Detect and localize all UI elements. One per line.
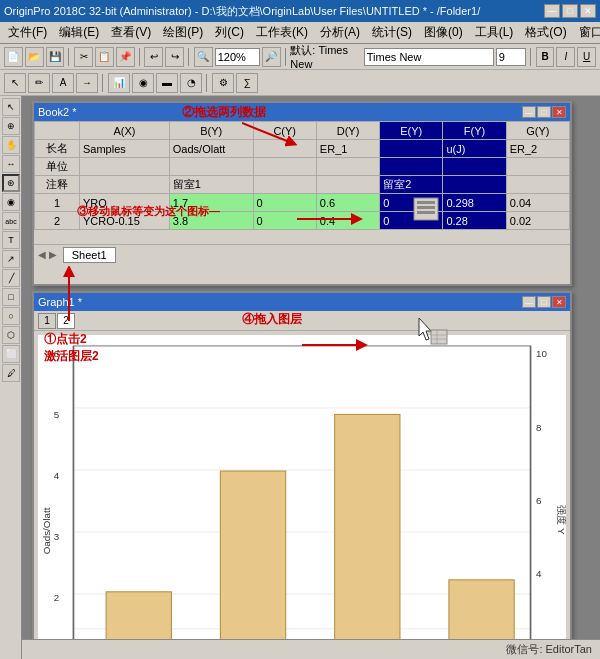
cell-c-comment[interactable] [253,176,316,194]
cell-c-1[interactable]: 0 [253,194,316,212]
cell-e-unit[interactable] [380,158,443,176]
close-button[interactable]: ✕ [580,4,596,18]
menu-window[interactable]: 窗口 [573,22,600,43]
tool-picker[interactable]: 🖊 [2,364,20,382]
menu-view[interactable]: 查看(V) [105,22,157,43]
zoom-in-btn[interactable]: 🔍 [194,47,213,67]
redo-btn[interactable]: ↪ [165,47,184,67]
menu-file[interactable]: 文件(F) [2,22,53,43]
tool-pick[interactable]: ⊛ [2,174,20,192]
menu-format[interactable]: 格式(O) [519,22,572,43]
arrow-btn[interactable]: → [76,73,98,93]
tool-screen-reader[interactable]: ◉ [2,193,20,211]
graph-tab-2[interactable]: 2 [57,313,75,329]
underline-btn[interactable]: U [577,47,596,67]
stat-btn[interactable]: ∑ [236,73,258,93]
tool-polygon[interactable]: ⬡ [2,326,20,344]
tool-ellipse[interactable]: ○ [2,307,20,325]
cell-d-unit[interactable] [316,158,379,176]
cell-e-comment[interactable]: 留室2 [380,176,443,194]
fit-btn[interactable]: ⚙ [212,73,234,93]
menu-worksheet[interactable]: 工作表(K) [250,22,314,43]
cell-b-1[interactable]: 1.7 [169,194,253,212]
tool-text[interactable]: T [2,231,20,249]
fontsize-input[interactable] [496,48,526,66]
col-a[interactable]: A(X) [80,122,170,140]
minimize-button[interactable]: — [544,4,560,18]
cell-g-2[interactable]: 0.02 [506,212,569,230]
pie-btn[interactable]: ◔ [180,73,202,93]
zoom-out-btn[interactable]: 🔎 [262,47,281,67]
tool-arrow[interactable]: ↗ [2,250,20,268]
paste-btn[interactable]: 📌 [116,47,135,67]
tool-zoom[interactable]: ⊕ [2,117,20,135]
tool-line[interactable]: ╱ [2,269,20,287]
menu-stats[interactable]: 统计(S) [366,22,418,43]
sheet-nav-arrows[interactable]: ◀ ▶ [38,249,57,260]
draw-btn[interactable]: ✏ [28,73,50,93]
sheet-min-btn[interactable]: — [522,106,536,118]
text-btn[interactable]: A [52,73,74,93]
undo-btn[interactable]: ↩ [144,47,163,67]
italic-btn[interactable]: I [556,47,575,67]
select-btn[interactable]: ↖ [4,73,26,93]
cell-c-unit[interactable] [253,158,316,176]
menu-col[interactable]: 列(C) [209,22,250,43]
cell-a-2[interactable]: YCRO-0.15 [80,212,170,230]
cell-f-unit[interactable] [443,158,506,176]
cell-c-2[interactable]: 0 [253,212,316,230]
cell-f-2[interactable]: 0.28 [443,212,506,230]
cell-e-longname[interactable] [380,140,443,158]
menu-analysis[interactable]: 分析(A) [314,22,366,43]
graph-min-btn[interactable]: — [522,296,536,308]
cell-g-1[interactable]: 0.04 [506,194,569,212]
cell-a-1[interactable]: YRO [80,194,170,212]
cell-a-comment[interactable] [80,176,170,194]
tool-region[interactable]: ⬜ [2,345,20,363]
open-btn[interactable]: 📂 [25,47,44,67]
cell-d-2[interactable]: 0.4 [316,212,379,230]
zoom-input[interactable] [215,48,260,66]
sheet-close-btn[interactable]: ✕ [552,106,566,118]
cell-e-1[interactable]: 0 [380,194,443,212]
cell-g-comment[interactable] [506,176,569,194]
spreadsheet-title-bar[interactable]: Book2 * — □ ✕ [34,103,570,121]
cell-d-1[interactable]: 0.6 [316,194,379,212]
cell-f-comment[interactable] [443,176,506,194]
cell-b-longname[interactable]: Oads/Olatt [169,140,253,158]
cell-a-longname[interactable]: Samples [80,140,170,158]
sheet-max-btn[interactable]: □ [537,106,551,118]
cell-b-comment[interactable]: 留室1 [169,176,253,194]
cell-g-unit[interactable] [506,158,569,176]
tool-pan[interactable]: ✋ [2,136,20,154]
tool-scale[interactable]: ↔ [2,155,20,173]
col-e[interactable]: E(Y) [380,122,443,140]
col-d[interactable]: D(Y) [316,122,379,140]
cell-f-longname[interactable]: u(J) [443,140,506,158]
tool-label[interactable]: abc [2,212,20,230]
tool-rect[interactable]: □ [2,288,20,306]
font-input[interactable] [364,48,494,66]
graph-max-btn[interactable]: □ [537,296,551,308]
menu-plot[interactable]: 绘图(P) [157,22,209,43]
sheet-tab-1[interactable]: Sheet1 [63,247,116,263]
col-g[interactable]: G(Y) [506,122,569,140]
tool-pointer[interactable]: ↖ [2,98,20,116]
col-c[interactable]: C(Y) [253,122,316,140]
new-btn[interactable]: 📄 [4,47,23,67]
maximize-button[interactable]: □ [562,4,578,18]
bold-btn[interactable]: B [536,47,555,67]
cut-btn[interactable]: ✂ [74,47,93,67]
cell-d-longname[interactable]: ER_1 [316,140,379,158]
cell-f-1[interactable]: 0.298 [443,194,506,212]
bar-btn[interactable]: ▬ [156,73,178,93]
menu-tools[interactable]: 工具(L) [469,22,520,43]
graph-tab-1[interactable]: 1 [38,313,56,329]
graph-close-btn[interactable]: ✕ [552,296,566,308]
cell-b-unit[interactable] [169,158,253,176]
graph-title-bar[interactable]: Graph1 * — □ ✕ [34,293,570,311]
graph-btn[interactable]: 📊 [108,73,130,93]
menu-edit[interactable]: 编辑(E) [53,22,105,43]
col-b[interactable]: B(Y) [169,122,253,140]
cell-e-2[interactable]: 0 [380,212,443,230]
